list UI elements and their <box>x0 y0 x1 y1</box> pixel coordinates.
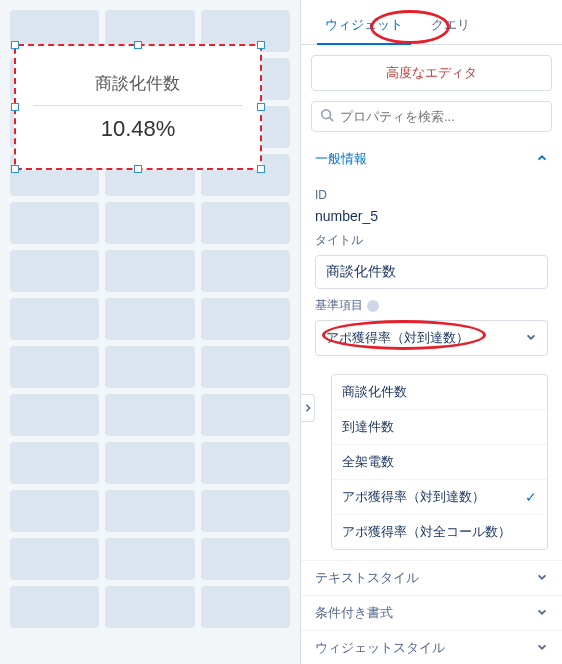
dropdown-option-label: 商談化件数 <box>342 383 407 401</box>
dropdown-option-label: 到達件数 <box>342 418 394 436</box>
check-icon: ✓ <box>525 489 537 505</box>
grid-cell[interactable] <box>105 202 194 244</box>
grid-cell[interactable] <box>10 586 99 628</box>
grid-cell[interactable] <box>201 346 290 388</box>
chevron-down-icon <box>525 331 537 346</box>
resize-handle[interactable] <box>11 41 19 49</box>
panel-collapse-button[interactable] <box>301 394 315 422</box>
dropdown-option-label: アポ獲得率（対到達数） <box>342 488 485 506</box>
grid-cell[interactable] <box>201 586 290 628</box>
grid-cell[interactable] <box>10 490 99 532</box>
grid-cell[interactable] <box>10 346 99 388</box>
field-criteria-label-text: 基準項目 <box>315 297 363 314</box>
chevron-right-icon <box>304 401 312 416</box>
grid-cell[interactable] <box>201 202 290 244</box>
chevron-down-icon <box>536 571 548 586</box>
grid-cell[interactable] <box>201 538 290 580</box>
section-general-body: ID number_5 タイトル 基準項目 アポ獲得率（対到達数） <box>301 176 562 370</box>
svg-line-1 <box>330 118 334 122</box>
widget-value: 10.48% <box>101 106 176 142</box>
grid-cell[interactable] <box>105 538 194 580</box>
grid-cell[interactable] <box>201 394 290 436</box>
grid-cell[interactable] <box>201 442 290 484</box>
properties-panel: ウィジェット クエリ 高度なエディタ 一般情報 ID number_5 タイトル… <box>300 0 562 664</box>
grid-cell[interactable] <box>105 586 194 628</box>
property-search-input[interactable] <box>340 109 543 124</box>
panel-tabs: ウィジェット クエリ <box>301 0 562 45</box>
chevron-down-icon <box>536 641 548 656</box>
grid-cell[interactable] <box>105 442 194 484</box>
section-label: テキストスタイル <box>315 569 419 587</box>
section-label: 条件付き書式 <box>315 604 393 622</box>
tab-query[interactable]: クエリ <box>417 8 484 44</box>
dropdown-option[interactable]: 到達件数 <box>332 410 547 445</box>
resize-handle[interactable] <box>134 165 142 173</box>
grid-cell[interactable] <box>10 394 99 436</box>
resize-handle[interactable] <box>257 103 265 111</box>
resize-handle[interactable] <box>257 165 265 173</box>
field-id-label: ID <box>315 188 548 202</box>
svg-point-0 <box>322 110 331 119</box>
tab-widget[interactable]: ウィジェット <box>311 8 417 44</box>
canvas-area[interactable]: 商談化件数 10.48% <box>0 0 300 664</box>
grid-cell[interactable] <box>105 394 194 436</box>
dropdown-option[interactable]: 全架電数 <box>332 445 547 480</box>
grid-cell[interactable] <box>105 298 194 340</box>
resize-handle[interactable] <box>134 41 142 49</box>
dropdown-option[interactable]: アポ獲得率（対全コール数） <box>332 515 547 549</box>
grid-cell[interactable] <box>201 298 290 340</box>
grid-cell[interactable] <box>105 250 194 292</box>
grid-cell[interactable] <box>105 346 194 388</box>
info-icon[interactable] <box>367 300 379 312</box>
section-general-header[interactable]: 一般情報 <box>301 142 562 176</box>
dropdown-option[interactable]: 商談化件数 <box>332 375 547 410</box>
number-widget[interactable]: 商談化件数 10.48% <box>14 44 262 170</box>
field-title-input[interactable] <box>315 255 548 289</box>
section-general-label: 一般情報 <box>315 150 367 168</box>
widget-title: 商談化件数 <box>33 72 243 106</box>
grid-cell[interactable] <box>10 538 99 580</box>
grid-cell[interactable] <box>201 490 290 532</box>
resize-handle[interactable] <box>257 41 265 49</box>
criteria-combobox-value: アポ獲得率（対到達数） <box>326 329 469 347</box>
field-title-label: タイトル <box>315 232 548 249</box>
resize-handle[interactable] <box>11 103 19 111</box>
criteria-dropdown: 商談化件数 到達件数 全架電数 アポ獲得率（対到達数）✓ アポ獲得率（対全コール… <box>331 374 548 550</box>
dropdown-option-label: 全架電数 <box>342 453 394 471</box>
grid-cell[interactable] <box>105 490 194 532</box>
grid-cell[interactable] <box>201 250 290 292</box>
field-criteria-label: 基準項目 <box>315 297 548 314</box>
grid-cell[interactable] <box>10 202 99 244</box>
advanced-editor-button[interactable]: 高度なエディタ <box>311 55 552 91</box>
field-id-value: number_5 <box>315 208 548 224</box>
section-label: ウィジェットスタイル <box>315 639 445 657</box>
property-search[interactable] <box>311 101 552 132</box>
chevron-up-icon <box>536 152 548 167</box>
search-icon <box>320 108 340 125</box>
dropdown-option-selected[interactable]: アポ獲得率（対到達数）✓ <box>332 480 547 515</box>
chevron-down-icon <box>536 606 548 621</box>
resize-handle[interactable] <box>11 165 19 173</box>
grid-cell[interactable] <box>10 298 99 340</box>
criteria-combobox[interactable]: アポ獲得率（対到達数） <box>315 320 548 356</box>
dropdown-option-label: アポ獲得率（対全コール数） <box>342 523 511 541</box>
section-text-style[interactable]: テキストスタイル <box>301 560 562 595</box>
section-widget-style[interactable]: ウィジェットスタイル <box>301 630 562 664</box>
section-conditional-format[interactable]: 条件付き書式 <box>301 595 562 630</box>
grid-cell[interactable] <box>10 250 99 292</box>
grid-cell[interactable] <box>10 442 99 484</box>
